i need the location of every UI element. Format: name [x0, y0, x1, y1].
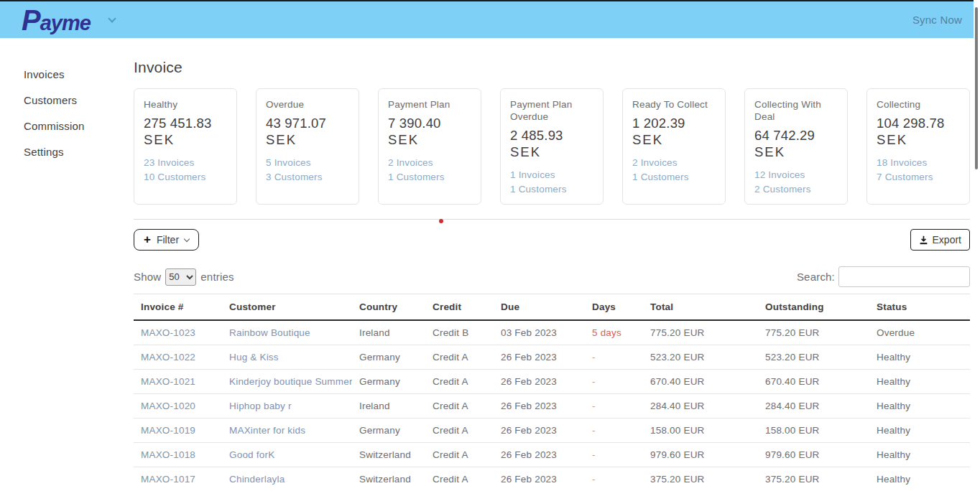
card-customers-link[interactable]: 3 Customers: [266, 170, 349, 184]
column-header[interactable]: Days: [585, 294, 643, 321]
card-invoices-link[interactable]: 2 Invoices: [388, 156, 471, 170]
summary-card[interactable]: Payment Plan 7 390.40 SEK 2 Invoices 1 C…: [378, 88, 481, 205]
days-cell: -: [585, 394, 643, 418]
due-cell: 26 Feb 2023: [494, 345, 585, 370]
customer-link[interactable]: Hiphop baby r: [222, 394, 352, 418]
customer-link[interactable]: Kinderjoy boutique Summer: [222, 370, 352, 394]
search-group: Search:: [797, 266, 970, 287]
customer-link[interactable]: Good forK: [222, 443, 352, 467]
customer-link[interactable]: Rainbow Boutique: [222, 320, 352, 345]
card-customers-link[interactable]: 7 Customers: [877, 170, 960, 184]
invoice-number-link[interactable]: MAXO-1019: [134, 418, 222, 443]
search-input[interactable]: [838, 266, 970, 287]
card-currency: SEK: [632, 131, 716, 148]
show-entries-group: Show 50 entries: [134, 268, 234, 286]
card-title: Payment Plan: [388, 98, 471, 111]
status-cell: Healthy: [869, 370, 970, 394]
card-invoices-link[interactable]: 23 Invoices: [144, 156, 227, 170]
invoice-number-link[interactable]: MAXO-1021: [134, 370, 222, 394]
scrollbar-track[interactable]: [974, 0, 980, 491]
invoice-number-link[interactable]: MAXO-1020: [134, 394, 222, 418]
card-links: 1 Invoices 1 Customers: [510, 168, 593, 197]
card-invoices-link[interactable]: 2 Invoices: [632, 156, 716, 170]
chevron-down-icon[interactable]: [108, 14, 116, 22]
status-cell: Healthy: [869, 418, 970, 443]
outstanding-cell: 375.20 EUR: [758, 467, 869, 491]
invoice-number-link[interactable]: MAXO-1022: [134, 345, 222, 370]
country-cell: Ireland: [352, 394, 425, 418]
entries-select[interactable]: 50: [165, 268, 196, 286]
card-customers-link[interactable]: 10 Customers: [144, 170, 227, 184]
sidebar-item[interactable]: Customers: [24, 93, 134, 118]
column-header[interactable]: Status: [869, 294, 970, 321]
country-cell: Germany: [352, 370, 425, 394]
invoice-number-link[interactable]: MAXO-1018: [134, 443, 222, 467]
status-cell: Healthy: [869, 467, 970, 491]
table-header: Invoice # Customer Country Credit Due Da…: [134, 294, 970, 321]
customer-link[interactable]: Chinderlayla: [222, 467, 352, 491]
invoice-number-link[interactable]: MAXO-1017: [134, 467, 222, 491]
due-cell: 26 Feb 2023: [494, 467, 585, 491]
outstanding-cell: 979.60 EUR: [758, 443, 869, 467]
column-header[interactable]: Due: [494, 294, 585, 321]
column-header[interactable]: Invoice #: [134, 294, 222, 321]
summary-card[interactable]: Overdue 43 971.07 SEK 5 Invoices 3 Custo…: [256, 88, 359, 205]
credit-cell: Credit A: [425, 394, 494, 418]
sync-now-button[interactable]: Sync Now: [912, 14, 962, 26]
card-invoices-link[interactable]: 12 Invoices: [754, 168, 838, 182]
summary-card[interactable]: Ready To Collect 1 202.39 SEK 2 Invoices…: [622, 88, 726, 205]
sidebar-item[interactable]: Invoices: [24, 67, 134, 93]
card-currency: SEK: [510, 144, 593, 160]
summary-card[interactable]: Payment Plan Overdue 2 485.93 SEK 1 Invo…: [500, 88, 604, 205]
customer-link[interactable]: MAXinter for kids: [222, 418, 352, 443]
invoice-number-link[interactable]: MAXO-1023: [134, 320, 222, 345]
export-button[interactable]: Export: [910, 229, 970, 251]
card-amount: 275 451.83: [144, 115, 227, 131]
summary-card[interactable]: Healthy 275 451.83 SEK 23 Invoices 10 Cu…: [134, 88, 237, 205]
scrollbar-thumb[interactable]: [975, 7, 978, 169]
card-customers-link[interactable]: 1 Customers: [632, 170, 716, 184]
card-invoices-link[interactable]: 5 Invoices: [266, 156, 349, 170]
days-cell: -: [585, 467, 643, 491]
due-cell: 26 Feb 2023: [494, 418, 585, 443]
section-divider: [134, 219, 970, 220]
filter-button[interactable]: + Filter: [134, 229, 199, 251]
summary-card[interactable]: Collecting 104 298.78 SEK 18 Invoices 7 …: [866, 88, 970, 205]
sidebar-item[interactable]: Settings: [24, 144, 134, 170]
country-cell: Ireland: [352, 320, 425, 345]
column-header[interactable]: Credit: [425, 294, 494, 321]
due-cell: 26 Feb 2023: [494, 443, 585, 467]
customer-link[interactable]: Hug & Kiss: [222, 345, 352, 370]
card-customers-link[interactable]: 1 Customers: [388, 170, 471, 184]
page-title: Invoice: [134, 59, 970, 76]
sidebar: Invoices Customers Commission Settings: [0, 38, 134, 170]
card-title: Healthy: [144, 98, 227, 111]
table-body: MAXO-1023 Rainbow Boutique Ireland Credi…: [134, 320, 970, 491]
card-links: 18 Invoices 7 Customers: [877, 156, 960, 184]
plus-icon: +: [144, 235, 151, 245]
sidebar-item[interactable]: Commission: [24, 118, 134, 144]
card-invoices-link[interactable]: 18 Invoices: [877, 156, 960, 170]
card-customers-link[interactable]: 1 Customers: [510, 182, 593, 197]
show-label: Show: [134, 271, 161, 283]
column-header[interactable]: Country: [352, 294, 425, 321]
card-invoices-link[interactable]: 1 Invoices: [510, 168, 593, 182]
summary-card[interactable]: Collecting With Deal 64 742.29 SEK 12 In…: [744, 88, 848, 205]
card-amount: 104 298.78: [877, 115, 960, 131]
status-cell: Healthy: [869, 443, 970, 467]
column-header[interactable]: Customer: [222, 294, 352, 321]
card-currency: SEK: [144, 131, 227, 148]
card-currency: SEK: [266, 131, 349, 148]
country-cell: Switzerland: [352, 443, 425, 467]
card-title: Collecting: [877, 98, 960, 111]
column-header[interactable]: Total: [643, 294, 758, 321]
column-header[interactable]: Outstanding: [758, 294, 869, 321]
table-row: MAXO-1023 Rainbow Boutique Ireland Credi…: [134, 320, 970, 345]
outstanding-cell: 158.00 EUR: [758, 418, 869, 443]
card-customers-link[interactable]: 2 Customers: [754, 182, 838, 197]
invoices-table: Invoice # Customer Country Credit Due Da…: [134, 294, 970, 491]
days-cell: -: [585, 418, 643, 443]
table-row: MAXO-1019 MAXinter for kids Germany Cred…: [134, 418, 970, 443]
search-label: Search:: [797, 271, 835, 283]
country-cell: Switzerland: [352, 467, 425, 491]
